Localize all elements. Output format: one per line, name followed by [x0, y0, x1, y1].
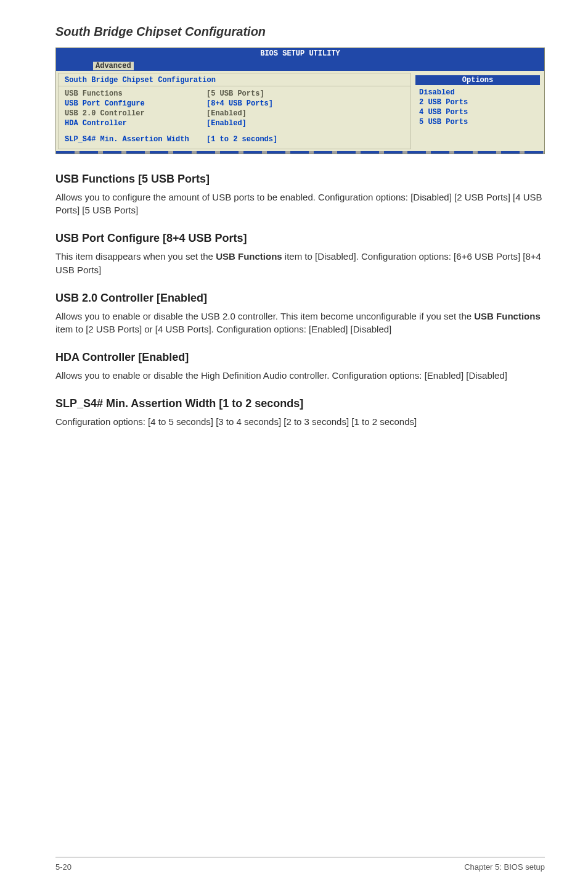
bios-row-usb-port-configure: USB Port Configure [8+4 USB Ports]	[59, 99, 410, 109]
setting-title-usb-2-controller: USB 2.0 Controller [Enabled]	[55, 292, 545, 305]
spacer	[59, 128, 410, 134]
bios-label: USB Functions	[65, 89, 206, 99]
bios-row-hda-controller: HDA Controller [Enabled]	[59, 118, 410, 128]
section-heading: South Bridge Chipset Configuration	[55, 25, 545, 39]
bios-right-panel: Options Disabled 2 USB Ports 4 USB Ports…	[413, 73, 542, 149]
setting-title-hda-controller: HDA Controller [Enabled]	[55, 351, 545, 364]
bios-label: HDA Controller	[65, 118, 206, 128]
page-number: 5-20	[55, 862, 71, 872]
bios-row-slp-s4: SLP_S4# Min. Assertion Width [1 to 2 sec…	[59, 134, 410, 144]
options-list: Disabled 2 USB Ports 4 USB Ports 5 USB P…	[413, 88, 542, 128]
bios-title: BIOS SETUP UTILITY	[56, 48, 544, 59]
bios-value: [Enabled]	[206, 118, 247, 128]
bios-tab-advanced: Advanced	[93, 62, 134, 70]
setting-title-slp-s4: SLP_S4# Min. Assertion Width [1 to 2 sec…	[55, 397, 545, 410]
setting-desc: This item disappears when you set the US…	[55, 250, 545, 277]
chapter-label: Chapter 5: BIOS setup	[464, 862, 545, 872]
option-item: 4 USB Ports	[419, 107, 536, 117]
setting-desc: Configuration options: [4 to 5 seconds] …	[55, 415, 545, 429]
bios-row-usb-functions: USB Functions [5 USB Ports]	[59, 89, 410, 99]
bios-footer-separator	[56, 151, 544, 154]
bios-value: [1 to 2 seconds]	[206, 134, 277, 144]
bios-body: South Bridge Chipset Configuration USB F…	[56, 71, 544, 151]
bios-row-usb-2-controller: USB 2.0 Controller [Enabled]	[59, 109, 410, 118]
bios-label: SLP_S4# Min. Assertion Width	[65, 134, 206, 144]
bios-screenshot: BIOS SETUP UTILITY Advanced South Bridge…	[55, 47, 545, 154]
bios-left-panel: South Bridge Chipset Configuration USB F…	[58, 73, 411, 149]
setting-desc: Allows you to enable or disable the USB …	[55, 310, 545, 337]
setting-desc: Allows you to enable or disable the High…	[55, 369, 545, 382]
bios-tab-row: Advanced	[56, 59, 544, 71]
setting-desc: Allows you to configure the amount of US…	[55, 191, 545, 218]
options-header: Options	[415, 75, 540, 85]
option-item: 2 USB Ports	[419, 97, 536, 107]
bios-value: [5 USB Ports]	[206, 89, 264, 99]
option-item: 5 USB Ports	[419, 117, 536, 127]
bios-label: USB Port Configure	[65, 99, 206, 109]
setting-title-usb-functions: USB Functions [5 USB Ports]	[55, 173, 545, 186]
bios-label: USB 2.0 Controller	[65, 109, 206, 118]
bios-value: [Enabled]	[206, 109, 247, 118]
bios-value: [8+4 USB Ports]	[206, 99, 273, 109]
page-footer: 5-20 Chapter 5: BIOS setup	[55, 857, 545, 872]
bios-subtitle: South Bridge Chipset Configuration	[59, 76, 410, 86]
option-item: Disabled	[419, 88, 536, 97]
setting-title-usb-port-configure: USB Port Configure [8+4 USB Ports]	[55, 232, 545, 245]
